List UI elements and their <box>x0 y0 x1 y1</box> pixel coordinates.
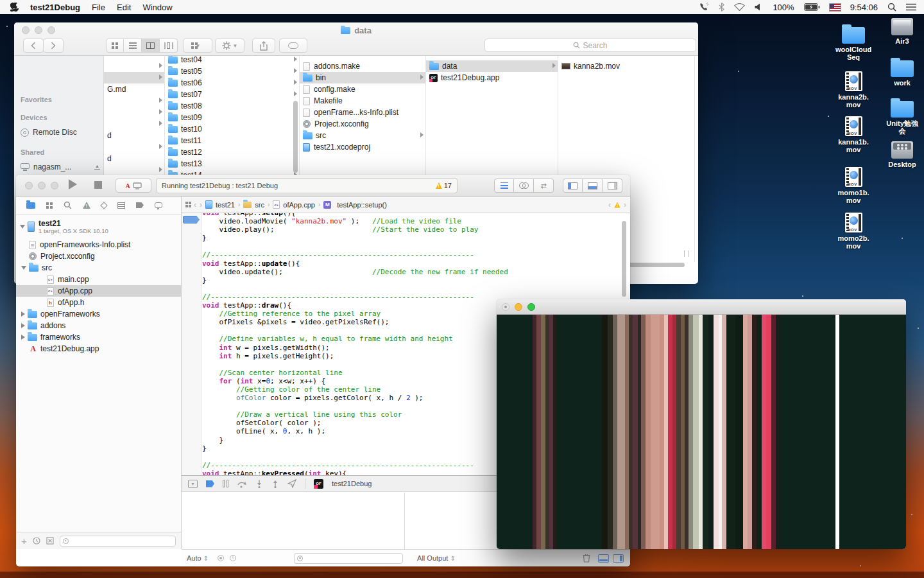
finder-row-g-md[interactable]: G.md <box>104 83 164 95</box>
run-button[interactable] <box>69 179 77 189</box>
desktop-icon-woolcloud-seq[interactable]: woolCloudSeq <box>832 23 875 61</box>
finder-row-config-make[interactable]: config.make <box>300 83 425 95</box>
finder-row-test21debug-app[interactable]: OFtest21Debug.app <box>426 72 558 83</box>
warning-counter[interactable]: 17 <box>436 182 452 189</box>
step-over-button[interactable] <box>237 480 247 488</box>
view-icons-button[interactable] <box>106 39 124 53</box>
menu-window[interactable]: Window <box>142 3 172 12</box>
finder-row-test06[interactable]: test06 <box>165 77 299 89</box>
finder-row-test12[interactable]: test12 <box>165 146 299 158</box>
finder-row[interactable] <box>104 72 164 83</box>
step-into-button[interactable] <box>255 480 263 488</box>
toggle-navigator-button[interactable] <box>563 179 583 193</box>
sidebar-item-nagasm[interactable]: nagasm_...▲ <box>21 162 100 171</box>
finder-row-makefile[interactable]: Makefile <box>300 95 425 107</box>
scheme-selector[interactable]: A <box>116 179 151 193</box>
hide-debug-area-button[interactable]: ▼ <box>188 480 198 488</box>
finder-row-test07[interactable]: test07 <box>165 89 299 100</box>
finder-row-d[interactable]: d <box>104 153 164 164</box>
menu-file[interactable]: File <box>92 3 105 12</box>
minimize-button[interactable] <box>38 182 46 189</box>
disclosure-triangle[interactable] <box>21 266 26 270</box>
nav-item-ofapp-h[interactable]: hofApp.h <box>16 297 181 308</box>
finder-row[interactable] <box>104 60 164 72</box>
editor-scrollbar[interactable] <box>622 221 626 297</box>
trash-icon[interactable] <box>583 554 590 563</box>
finder-row-test10[interactable]: test10 <box>165 123 299 135</box>
desktop-icon-kanna1b-mov[interactable]: MOVkanna1b.mov <box>832 116 875 153</box>
standard-editor-button[interactable] <box>494 179 514 193</box>
finder-row[interactable] <box>104 118 164 130</box>
column-resize-grip[interactable] <box>684 250 689 257</box>
crumb-file[interactable]: ofApp.cpp <box>283 201 315 209</box>
show-console-view-button[interactable] <box>613 554 624 563</box>
debug-target-label[interactable]: test21Debug <box>332 480 372 487</box>
bluetooth-status-icon[interactable] <box>719 3 724 12</box>
notification-center-icon[interactable] <box>906 3 916 11</box>
project-navigator-tab[interactable] <box>26 202 35 209</box>
quick-look-icon[interactable] <box>230 555 236 561</box>
finder-row-addons-make[interactable]: addons.make <box>300 60 425 72</box>
input-language-flag-icon[interactable] <box>830 4 841 11</box>
zoom-button[interactable] <box>527 303 535 311</box>
nav-item-addons[interactable]: addons <box>16 320 181 331</box>
nav-item-test21debug-app[interactable]: Atest21Debug.app <box>16 343 181 355</box>
finder-row[interactable] <box>104 95 164 107</box>
nav-item-main-cpp[interactable]: c+main.cpp <box>16 274 181 285</box>
finder-row-kanna2b-mov[interactable]: kanna2b.mov <box>558 60 694 72</box>
previous-issue-button[interactable]: ‹ <box>608 200 611 209</box>
finder-row-data[interactable]: data <box>426 60 558 72</box>
stop-button[interactable] <box>94 181 102 189</box>
column-scrollbar[interactable] <box>293 101 298 173</box>
desktop-icon-air3[interactable]: Air3 <box>881 18 923 45</box>
jump-forward-button[interactable]: › <box>200 200 202 209</box>
menu-edit[interactable]: Edit <box>117 3 131 12</box>
arrange-button[interactable]: ▼ <box>183 39 212 53</box>
close-button[interactable] <box>25 182 33 189</box>
disclosure-triangle[interactable] <box>21 335 25 340</box>
zoom-button[interactable] <box>51 182 58 189</box>
finder-row[interactable] <box>104 107 164 118</box>
finder-row-test13[interactable]: test13 <box>165 158 299 170</box>
console-output-selector[interactable]: All Output ⇕ <box>417 554 456 562</box>
scm-status-icon[interactable] <box>46 537 54 545</box>
finder-row-d[interactable]: d <box>104 130 164 141</box>
pause-button[interactable] <box>223 480 228 487</box>
crumb-symbol[interactable]: testApp::setup() <box>337 201 387 209</box>
finder-row-src[interactable]: src <box>300 130 425 141</box>
finder-row-bin[interactable]: bin <box>300 72 425 83</box>
nav-item-project-xcconfig[interactable]: Project.xcconfig <box>16 250 181 262</box>
next-issue-button[interactable]: › <box>624 200 626 209</box>
test-navigator-tab[interactable] <box>100 202 107 209</box>
search-field[interactable]: Search <box>484 39 696 52</box>
action-button[interactable]: ▼ <box>215 39 244 53</box>
breakpoints-toggle-button[interactable] <box>206 480 214 487</box>
tags-button[interactable] <box>279 39 307 53</box>
add-button[interactable]: + <box>21 536 27 547</box>
view-columns-button[interactable] <box>142 39 160 53</box>
variables-view-scope-selector[interactable]: Auto ⇕ <box>187 554 209 562</box>
desktop-icon-momo2b-mov[interactable]: MOVmomo2b.mov <box>832 213 875 250</box>
desktop-icon-momo1b-mov[interactable]: MOVmomo1b.mov <box>832 167 875 204</box>
related-items-icon[interactable] <box>185 202 188 204</box>
desktop-icon-unity[interactable]: Unity勉強会 <box>881 97 923 135</box>
volume-status-icon[interactable] <box>755 3 763 11</box>
menu-clock[interactable]: 9:54:06 <box>850 3 878 12</box>
symbol-navigator-tab[interactable] <box>46 202 49 205</box>
forward-button[interactable] <box>43 39 64 53</box>
desktop-icon-work[interactable]: work <box>881 57 923 87</box>
recent-files-icon[interactable] <box>33 537 40 545</box>
toggle-utilities-button[interactable] <box>603 179 622 193</box>
show-variables-icon[interactable] <box>218 555 224 561</box>
menu-app-name[interactable]: test21Debug <box>30 3 80 12</box>
finder-row-project-xcconfig[interactable]: Project.xcconfig <box>300 118 425 130</box>
crumb-group[interactable]: src <box>255 201 264 209</box>
view-coverflow-button[interactable] <box>160 39 178 53</box>
assistant-editor-button[interactable] <box>514 179 534 193</box>
spotlight-search-icon[interactable] <box>887 3 896 12</box>
version-editor-button[interactable]: ⇄ <box>534 179 554 193</box>
finder-row-test05[interactable]: test05 <box>165 66 299 77</box>
view-list-button[interactable] <box>124 39 142 53</box>
battery-icon[interactable] <box>804 3 820 11</box>
share-button[interactable] <box>252 39 275 53</box>
